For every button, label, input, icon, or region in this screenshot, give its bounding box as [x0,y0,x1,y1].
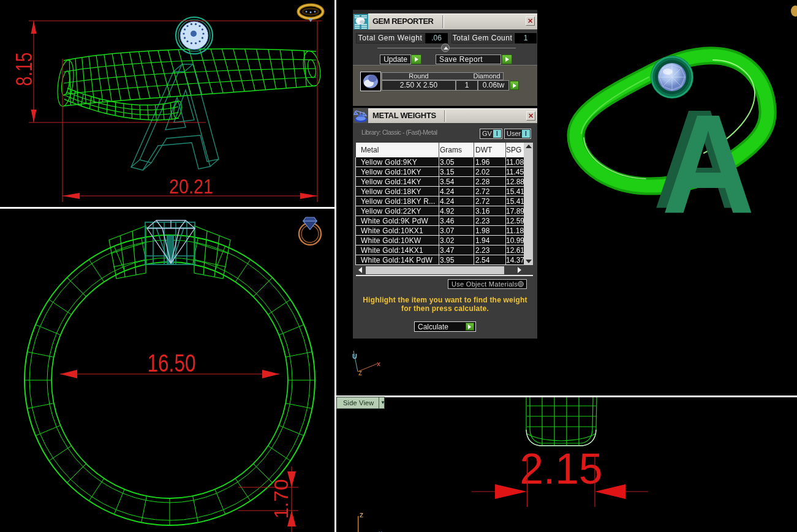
svg-text:20.21: 20.21 [169,175,213,198]
svg-text:z: z [360,510,364,519]
svg-text:16.50: 16.50 [148,350,196,377]
svg-text:1.70: 1.70 [270,479,292,519]
svg-text:u: u [379,529,382,532]
svg-text:A: A [662,86,755,243]
svg-text:x: x [377,360,381,367]
svg-text:2.15: 2.15 [520,445,603,493]
svg-text:U: U [352,353,357,360]
svg-text:8.15: 8.15 [12,53,37,86]
svg-text:z: z [358,369,362,377]
